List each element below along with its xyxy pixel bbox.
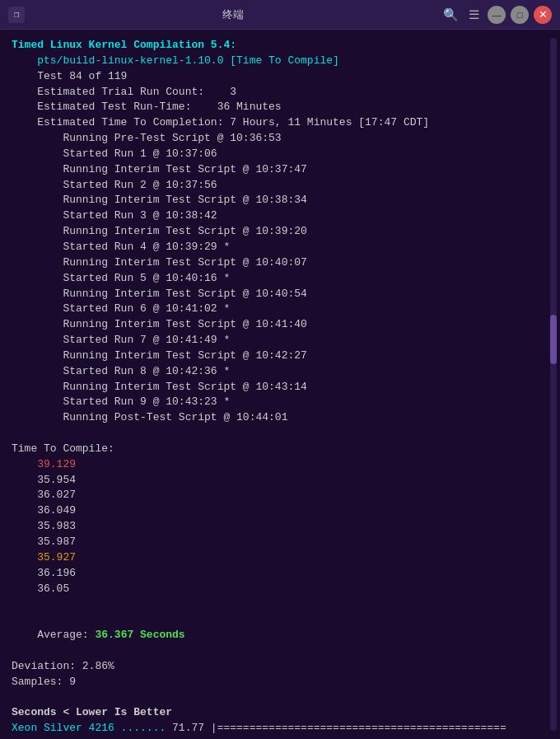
info-line: Running Post-Test Script @ 10:44:01 [12, 410, 548, 426]
result-line: 35.983 [12, 519, 548, 535]
chart-block: Xeon Silver 4216 ....... 71.77 |========… [12, 721, 548, 739]
info-line: Test 84 of 119 [12, 69, 548, 85]
terminal-body: Timed Linux Kernel Compilation 5.4: pts/… [0, 30, 560, 739]
terminal-icon: ❐ [8, 7, 25, 23]
info-line: Started Run 1 @ 10:37:06 [12, 147, 548, 162]
info-line: Running Interim Test Script @ 10:41:40 [12, 317, 548, 333]
result-line: 39.129 [12, 457, 548, 473]
results-block: 39.129 35.954 36.027 36.049 35.983 35.98… [12, 457, 548, 597]
chart-header: Seconds < Lower Is Better [12, 705, 548, 721]
result-line: 36.049 [12, 503, 548, 519]
window-title: 终端 [222, 7, 244, 22]
info-line: Started Run 7 @ 10:41:49 * [12, 333, 548, 348]
info-line: Estimated Time To Completion: 7 Hours, 1… [12, 115, 548, 131]
info-line: Running Interim Test Script @ 10:38:34 [12, 193, 548, 208]
result-line: 36.05 [12, 582, 548, 597]
result-line: 35.927 [12, 550, 548, 566]
menu-button[interactable]: ☰ [464, 6, 483, 24]
average-label: Average: [37, 629, 88, 641]
info-line: Started Run 8 @ 10:42:36 * [12, 364, 548, 380]
ttc-label: Time To Compile: [12, 442, 548, 457]
info-line: Running Interim Test Script @ 10:37:47 [12, 162, 548, 178]
info-line: Estimated Test Run-Time: 36 Minutes [12, 100, 548, 115]
blank2 [12, 596, 548, 612]
deviation-line: Deviation: 2.86% [12, 659, 548, 675]
info-line: Running Interim Test Script @ 10:39:20 [12, 224, 548, 240]
result-line: 35.954 [12, 473, 548, 489]
blank1 [12, 426, 548, 442]
scrollbar-thumb[interactable] [550, 315, 557, 364]
close-button[interactable]: ✕ [534, 6, 552, 24]
header-line2: pts/build-linux-kernel-1.10.0 [Time To C… [12, 54, 548, 69]
info-line: Started Run 6 @ 10:41:02 * [12, 302, 548, 317]
info-line: Running Pre-Test Script @ 10:36:53 [12, 131, 548, 147]
info-line: Started Run 4 @ 10:39:29 * [12, 240, 548, 255]
header-line1: Timed Linux Kernel Compilation 5.4: [12, 38, 548, 54]
titlebar-left: ❐ [8, 7, 25, 23]
average-line: Average: 36.367 Seconds [12, 612, 548, 659]
result-line: 35.987 [12, 535, 548, 550]
info-line: Started Run 5 @ 10:40:16 * [12, 271, 548, 287]
info-line: Started Run 9 @ 10:43:23 * [12, 395, 548, 410]
samples-line: Samples: 9 [12, 675, 548, 690]
titlebar-controls: 🔍 ☰ — □ ✕ [441, 6, 552, 24]
info-line: Running Interim Test Script @ 10:40:54 [12, 287, 548, 302]
info-line: Started Run 3 @ 10:38:42 [12, 208, 548, 224]
info-line: Estimated Trial Run Count: 3 [12, 85, 548, 101]
maximize-button[interactable]: □ [511, 6, 529, 24]
blank3 [12, 690, 548, 705]
chart-row: Xeon Silver 4216 ....... 71.77 |========… [12, 721, 548, 737]
search-button[interactable]: 🔍 [441, 6, 460, 24]
info-line: Started Run 2 @ 10:37:56 [12, 178, 548, 194]
result-line: 36.196 [12, 566, 548, 582]
average-value: 36.367 Seconds [89, 629, 185, 641]
minimize-button[interactable]: — [488, 6, 506, 24]
info-line: Running Interim Test Script @ 10:42:27 [12, 348, 548, 364]
info-line: Running Interim Test Script @ 10:43:14 [12, 380, 548, 395]
info-block: Test 84 of 119 Estimated Trial Run Count… [12, 69, 548, 426]
result-line: 36.027 [12, 488, 548, 503]
info-line: Running Interim Test Script @ 10:40:07 [12, 255, 548, 271]
titlebar: ❐ 终端 🔍 ☰ — □ ✕ [0, 0, 560, 30]
scrollbar[interactable] [550, 38, 557, 731]
